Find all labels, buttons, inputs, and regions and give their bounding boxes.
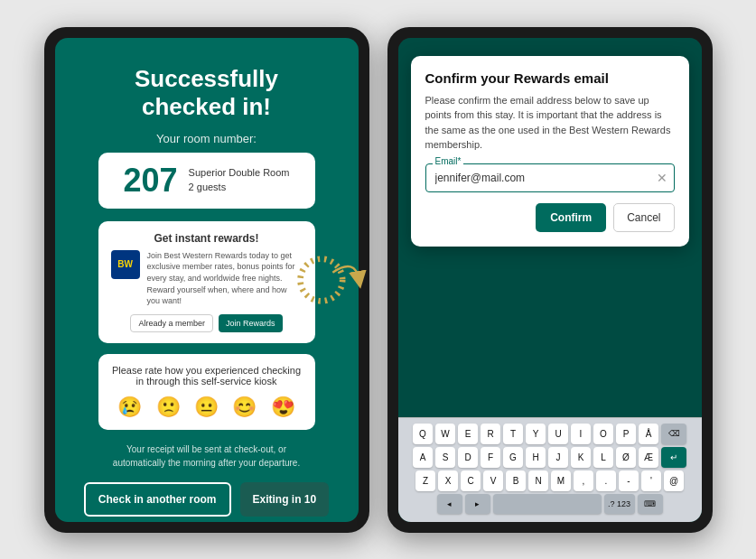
key-s[interactable]: S bbox=[435, 447, 455, 468]
key-l[interactable]: L bbox=[593, 447, 613, 468]
rating-text: Please rate how you experienced checking… bbox=[111, 365, 303, 387]
key-y[interactable]: Y bbox=[526, 424, 546, 444]
key-j[interactable]: J bbox=[548, 447, 568, 468]
rating-card: Please rate how you experienced checking… bbox=[98, 354, 315, 430]
room-label: Your room number: bbox=[156, 132, 257, 145]
email-field-container: Email* ✕ bbox=[425, 163, 675, 192]
emoji-2[interactable]: 🙁 bbox=[156, 396, 181, 419]
exiting-button[interactable]: Exiting in 10 bbox=[240, 482, 330, 517]
modal-actions: Confirm Cancel bbox=[425, 203, 675, 232]
key-w[interactable]: W bbox=[435, 424, 455, 444]
emoji-4[interactable]: 😊 bbox=[232, 396, 257, 419]
email-input[interactable] bbox=[425, 163, 675, 192]
key-quote[interactable]: ' bbox=[641, 470, 661, 491]
keyboard-row-4: ◂ ▸ .? 123 ⌨ bbox=[402, 494, 698, 514]
key-ae[interactable]: Æ bbox=[639, 447, 658, 468]
room-box: 207 Superior Double Room 2 guests bbox=[98, 153, 315, 209]
join-rewards-button[interactable]: Join Rewards bbox=[219, 314, 283, 332]
key-t[interactable]: T bbox=[503, 424, 523, 444]
left-screen-content: Successfullychecked in! Your room number… bbox=[55, 38, 359, 522]
modal-title: Confirm your Rewards email bbox=[425, 70, 675, 86]
receipt-text: Your receipt will be sent at check-out, … bbox=[113, 443, 300, 470]
key-i[interactable]: I bbox=[571, 424, 591, 444]
emoji-1[interactable]: 😢 bbox=[117, 396, 142, 419]
confirm-button[interactable]: Confirm bbox=[536, 203, 606, 232]
rewards-card: Get instant rewards! BW Join Best Wester… bbox=[98, 221, 315, 343]
keyboard-row-1: Q W E R T Y U I O P Å ⌫ bbox=[402, 424, 698, 444]
key-x[interactable]: X bbox=[438, 470, 458, 491]
key-d[interactable]: D bbox=[458, 447, 478, 468]
modal-container: Confirm your Rewards email Please confir… bbox=[411, 56, 689, 247]
rewards-buttons: Already a member Join Rewards bbox=[111, 314, 303, 332]
key-hyphen[interactable]: - bbox=[619, 470, 639, 491]
key-at[interactable]: @ bbox=[664, 470, 684, 491]
action-buttons: Check in another room Exiting in 10 bbox=[84, 482, 329, 517]
bw-logo: BW bbox=[111, 250, 140, 279]
key-p[interactable]: P bbox=[616, 424, 636, 444]
success-title: Successfullychecked in! bbox=[135, 65, 278, 121]
key-right[interactable]: ▸ bbox=[465, 494, 490, 514]
key-g[interactable]: G bbox=[503, 447, 523, 468]
cancel-button[interactable]: Cancel bbox=[613, 203, 674, 232]
key-k[interactable]: K bbox=[571, 447, 591, 468]
clear-icon[interactable]: ✕ bbox=[657, 171, 667, 185]
already-member-button[interactable]: Already a member bbox=[130, 314, 213, 332]
emoji-5[interactable]: 😍 bbox=[271, 396, 295, 419]
key-b[interactable]: B bbox=[506, 470, 526, 491]
key-left[interactable]: ◂ bbox=[437, 494, 462, 514]
right-screen: Successfullychecked in! Confirm your Rew… bbox=[398, 38, 702, 522]
rewards-body: BW Join Best Western Rewards today to ge… bbox=[111, 250, 303, 307]
email-label: Email* bbox=[433, 156, 464, 166]
key-q[interactable]: Q bbox=[413, 424, 433, 444]
key-backspace[interactable]: ⌫ bbox=[661, 424, 686, 444]
key-r[interactable]: R bbox=[481, 424, 500, 444]
rewards-header: Get instant rewards! bbox=[111, 232, 303, 245]
key-space[interactable] bbox=[493, 494, 602, 514]
key-a[interactable]: A bbox=[413, 447, 433, 468]
key-oslash[interactable]: Ø bbox=[616, 447, 636, 468]
left-screen: Successfullychecked in! Your room number… bbox=[55, 38, 359, 522]
emoji-3[interactable]: 😐 bbox=[194, 396, 219, 419]
key-u[interactable]: U bbox=[548, 424, 568, 444]
modal-description: Please confirm the email address below t… bbox=[425, 93, 675, 153]
room-details: Superior Double Room 2 guests bbox=[189, 166, 290, 194]
key-o[interactable]: O bbox=[593, 424, 613, 444]
key-symbols[interactable]: .? 123 bbox=[604, 494, 635, 514]
key-enter[interactable]: ↵ bbox=[661, 447, 686, 468]
key-comma[interactable]: , bbox=[574, 470, 593, 491]
key-v[interactable]: V bbox=[483, 470, 503, 491]
key-period[interactable]: . bbox=[596, 470, 616, 491]
right-tablet: Successfullychecked in! Confirm your Rew… bbox=[387, 27, 713, 533]
key-f[interactable]: F bbox=[481, 447, 500, 468]
keyboard-row-3: Z X C V B N M , . - ' @ bbox=[402, 470, 698, 491]
modal-box: Confirm your Rewards email Please confir… bbox=[411, 56, 689, 247]
key-m[interactable]: M bbox=[551, 470, 571, 491]
key-e[interactable]: E bbox=[458, 424, 478, 444]
check-in-another-room-button[interactable]: Check in another room bbox=[84, 482, 231, 517]
key-n[interactable]: N bbox=[528, 470, 548, 491]
left-tablet: Successfullychecked in! Your room number… bbox=[44, 27, 369, 533]
scene: Successfullychecked in! Your room number… bbox=[0, 0, 756, 559]
emoji-row: 😢 🙁 😐 😊 😍 bbox=[111, 396, 303, 419]
room-number: 207 bbox=[124, 162, 178, 200]
keyboard-row-2: A S D F G H J K L Ø Æ ↵ bbox=[402, 447, 698, 468]
key-c[interactable]: C bbox=[461, 470, 481, 491]
key-h[interactable]: H bbox=[526, 447, 546, 468]
rewards-text: Join Best Western Rewards today to get e… bbox=[147, 250, 303, 307]
key-z[interactable]: Z bbox=[415, 470, 435, 491]
key-keyboard[interactable]: ⌨ bbox=[638, 494, 663, 514]
modal-overlay: Confirm your Rewards email Please confir… bbox=[398, 38, 702, 522]
keyboard: Q W E R T Y U I O P Å ⌫ bbox=[398, 417, 702, 522]
key-aa[interactable]: Å bbox=[639, 424, 658, 444]
